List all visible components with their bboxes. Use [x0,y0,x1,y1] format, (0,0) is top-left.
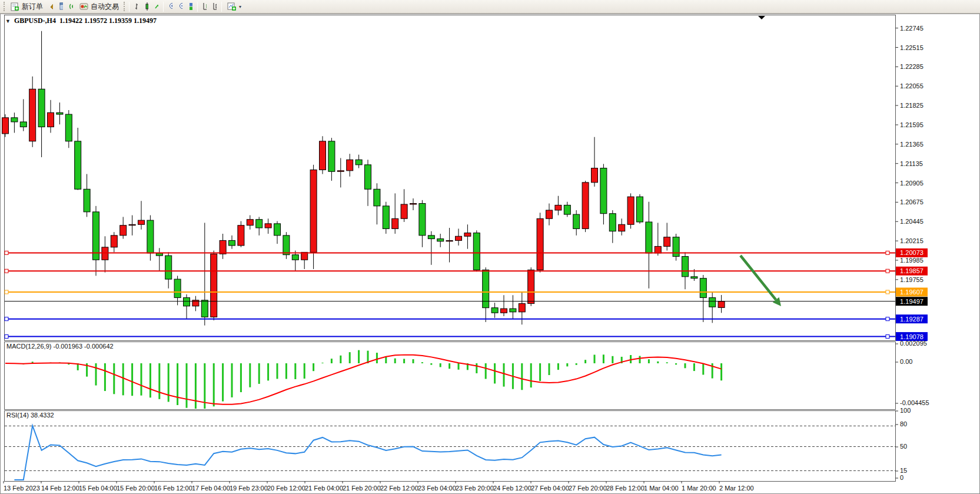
data-window-icon[interactable] [56,2,66,12]
candlestick-mode-icon[interactable] [141,2,151,12]
new-chart-icon [227,2,237,12]
candle [655,246,661,253]
candle [328,141,335,171]
macd-axis-tick: 0.002095 [900,340,927,347]
candle [11,118,18,122]
line-handle[interactable] [5,290,8,294]
candle [383,206,389,229]
candle [229,240,235,246]
line-chart-mode-icon[interactable] [151,2,161,12]
zoom-out-icon[interactable] [175,2,185,12]
line-handle[interactable] [5,335,8,339]
price-axis-tick: 1.21135 [900,160,923,167]
chart-symbol-period: GBPUSD-,H4 [14,16,56,25]
candle [682,257,689,277]
price-axis-tick: 1.22745 [900,25,923,32]
line-handle[interactable] [886,251,889,254]
candle [573,214,580,228]
date-axis-label: 27 Feb 04:00 [531,485,569,492]
price-tag-label: 1.19287 [900,316,923,323]
candle [437,239,444,241]
price-axis-tick: 1.21365 [900,141,923,148]
rsi-indicator-label: RSI(14) 38.4332 [6,412,54,419]
date-axis-label: 28 Feb 12:00 [606,485,645,492]
candle [165,256,172,279]
tile-windows-icon[interactable] [185,2,195,12]
candle [283,236,290,255]
candle [673,237,679,257]
price-axis-tick: 1.20675 [900,198,923,205]
navigator-icon[interactable] [66,2,76,12]
candle [456,236,462,240]
line-handle[interactable] [5,251,8,254]
rsi-axis-tick: 100 [900,407,911,414]
line-handle[interactable] [5,317,8,321]
price-axis-tick: 1.22515 [900,44,923,51]
candle [428,236,434,239]
line-handle[interactable] [886,317,889,321]
date-axis-label: 22 Feb 12:00 [380,485,418,492]
price-axis-tick: 1.20215 [900,237,923,244]
collapse-chart-icon[interactable]: ▼ [5,18,11,24]
candle [256,220,263,228]
toolbar-grip[interactable] [124,2,125,11]
candle [138,220,145,224]
price-tag-label: 1.19078 [900,333,923,340]
candle [401,204,407,218]
candle [419,204,426,236]
date-axis-label: 19 Feb 23:00 [230,485,268,492]
candle [120,226,127,236]
candle [709,298,716,307]
candle [129,224,135,225]
zoom-in-icon[interactable] [165,2,175,12]
candle [211,254,217,317]
date-axis-label: 2 Mar 12:00 [719,485,754,492]
market-watch-icon[interactable] [46,2,56,12]
line-handle[interactable] [5,269,8,273]
new-chart-button[interactable]: ▾ [224,1,244,12]
date-axis-label: 1 Mar 20:00 [682,485,716,492]
chart-shift-icon[interactable] [210,2,220,12]
candle [519,304,525,312]
date-axis-label: 16 Feb 12:00 [154,485,192,492]
auto-scroll-icon[interactable] [200,2,210,12]
rsi-axis-tick: 15 [900,467,907,474]
rsi-axis-tick: 50 [900,443,907,450]
candle [310,170,317,252]
bar-chart-mode-icon[interactable] [131,2,141,12]
candle [184,298,190,306]
candle [337,171,344,171]
price-axis-tick: 1.21595 [900,121,923,128]
line-handle[interactable] [886,269,889,273]
date-axis-label: 14 Feb 12:00 [41,485,79,492]
candle [501,309,507,313]
candle [265,224,271,228]
price-tag-label: 1.19607 [900,289,923,296]
candle [582,183,589,229]
date-axis-label: 1 Mar 04:00 [644,485,679,492]
main-toolbar: 新订单 自动交易 [0,0,980,14]
candle [48,112,54,127]
candle [627,197,634,224]
toolbar-separator [163,2,164,12]
candle [220,240,226,254]
auto-trading-button[interactable]: 自动交易 [76,1,122,12]
candle [555,205,562,210]
toolbar-grip[interactable] [4,2,5,11]
candle [600,168,607,214]
new-order-button[interactable]: 新订单 [7,1,46,12]
line-handle[interactable] [886,290,889,294]
price-axis-tick: 1.20905 [900,180,923,187]
candle [274,224,281,236]
candle [2,118,9,134]
price-tag-label: 1.20073 [900,249,923,256]
candle [464,233,471,237]
line-handle[interactable] [886,335,889,339]
candle [102,247,108,260]
chart-ohlc-values: 1.19422 1.19572 1.19359 1.19497 [59,16,157,25]
chart-canvas[interactable]: 1.227451.225151.222851.220551.218251.215… [1,14,979,493]
candle [65,114,72,141]
candle [174,279,181,297]
chart-window: ▼ GBPUSD-,H4 1.19422 1.19572 1.19359 1.1… [0,14,980,494]
date-axis-label: 23 Feb 04:00 [418,485,456,492]
